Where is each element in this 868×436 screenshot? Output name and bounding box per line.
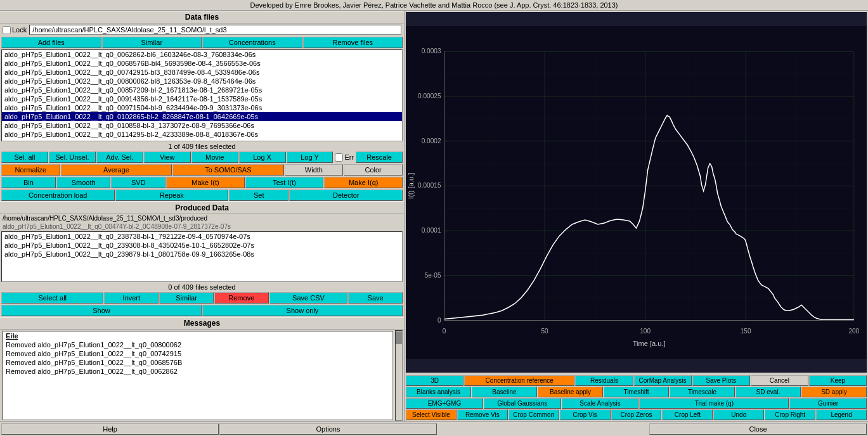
- repeak-button[interactable]: Repeak: [115, 189, 229, 201]
- lock-label: Lock: [12, 26, 27, 34]
- list-item[interactable]: aldo_pH7p5_Elution1_0022__lt_q0_239879-b…: [2, 250, 402, 259]
- width-button[interactable]: Width: [285, 164, 344, 176]
- select-all-button[interactable]: Select all: [1, 292, 103, 304]
- help-button[interactable]: Help: [1, 423, 219, 435]
- err-check-container: Err: [334, 152, 355, 163]
- remove-files-button[interactable]: Remove files: [303, 37, 403, 48]
- emg-gmg-button[interactable]: EMG+GMG: [406, 398, 483, 409]
- err-checkbox[interactable]: [335, 153, 343, 162]
- guinier-button[interactable]: Guinier: [789, 398, 867, 409]
- produced-file-list[interactable]: aldo_pH7p5_Elution1_0022__lt_q0_238738-b…: [1, 231, 403, 282]
- conc-load-button[interactable]: Concentration load: [1, 189, 115, 201]
- list-item[interactable]: aldo_pH7p5_Elution1_0022__lt_q0_0114295-…: [2, 130, 402, 139]
- show-button[interactable]: Show: [1, 305, 202, 316]
- err-label: Err: [344, 153, 354, 161]
- 3d-button[interactable]: 3D: [406, 375, 463, 386]
- save-button[interactable]: Save: [348, 292, 403, 304]
- messages-scrollbar[interactable]: [395, 330, 403, 421]
- similar-button[interactable]: Similar: [102, 37, 202, 48]
- data-file-list[interactable]: aldo_pH7p5_Elution1_0022__lt_q0_0062862-…: [1, 49, 403, 141]
- list-item-selected[interactable]: aldo_pH7p5_Elution1_0022__lt_q0_0102865-…: [2, 112, 402, 121]
- set-button[interactable]: Set: [229, 189, 288, 201]
- list-item[interactable]: aldo_pH7p5_Elution1_0022__lt_q0_00914356…: [2, 94, 402, 103]
- movie-button[interactable]: Movie: [191, 151, 238, 163]
- bin-button[interactable]: Bin: [1, 177, 56, 188]
- baseline-button[interactable]: Baseline: [472, 387, 537, 397]
- list-item[interactable]: aldo_pH7p5_Elution1_0022__lt_q0_00857209…: [2, 86, 402, 94]
- svd-button[interactable]: SVD: [111, 177, 165, 188]
- close-button[interactable]: Close: [649, 423, 867, 435]
- timescale-button[interactable]: Timescale: [670, 387, 735, 397]
- list-item[interactable]: aldo_pH7p5_Elution1_0022__lt_q0_00800062…: [2, 77, 402, 86]
- keep-button[interactable]: Keep: [809, 375, 867, 386]
- svg-text:0.0003: 0.0003: [422, 48, 441, 54]
- baseline-apply-button[interactable]: Baseline apply: [538, 387, 603, 397]
- produced-file-count: 0 of 409 files selected: [0, 283, 404, 292]
- adv-sel-button[interactable]: Adv. Sel.: [96, 151, 143, 163]
- svg-text:I(t) [a.u.]: I(t) [a.u.]: [407, 173, 415, 199]
- sd-eval-button[interactable]: SD eval.: [735, 387, 801, 397]
- list-item[interactable]: aldo_pH7p5_Elution1_0022__lt_q0_0068576B…: [2, 59, 402, 68]
- average-button[interactable]: Average: [61, 164, 172, 176]
- sel-all-button[interactable]: Sel. all: [1, 151, 48, 163]
- view-button[interactable]: View: [144, 151, 191, 163]
- smooth-button[interactable]: Smooth: [56, 177, 111, 188]
- msg-entry: Removed aldo_pH7p5_Elution1_0022__lt_q0_…: [3, 340, 392, 349]
- prod-similar-button[interactable]: Similar: [159, 292, 214, 304]
- svg-rect-0: [406, 26, 867, 359]
- scrollbar-thumb[interactable]: [396, 331, 402, 344]
- concentration-ref-button[interactable]: Concentration reference: [464, 375, 574, 386]
- concentrations-button[interactable]: Concentrations: [202, 37, 302, 48]
- make-it-button[interactable]: Make I(t): [166, 177, 245, 188]
- list-item[interactable]: aldo_pH7p5_Elution1_0022__lt_q0_238738-b…: [2, 232, 402, 241]
- crop-common-button[interactable]: Crop Common: [508, 409, 559, 420]
- invert-button[interactable]: Invert: [104, 292, 159, 304]
- show-only-button[interactable]: Show only: [202, 305, 403, 316]
- log-x-button[interactable]: Log X: [239, 151, 286, 163]
- list-item[interactable]: aldo_pH7p5_Elution1_0022__lt_q0_00742915…: [2, 68, 402, 77]
- crop-left-button[interactable]: Crop Left: [662, 409, 713, 420]
- color-button[interactable]: Color: [344, 164, 403, 176]
- list-item[interactable]: aldo_pH7p5_Elution1_0022__lt_q0_0062862-…: [2, 50, 402, 59]
- options-button[interactable]: Options: [219, 423, 437, 435]
- lock-checkbox[interactable]: Lock: [3, 26, 27, 34]
- cancel-button[interactable]: Cancel: [751, 375, 808, 386]
- sel-unsel-button[interactable]: Sel. Unsel.: [49, 151, 96, 163]
- cormap-button[interactable]: CorMap Analysis: [634, 375, 692, 386]
- remove-button[interactable]: Remove: [214, 292, 269, 304]
- select-visible-button[interactable]: Select Visible: [406, 409, 457, 420]
- lock-check[interactable]: [3, 26, 11, 34]
- make-iq-button[interactable]: Make I(q): [324, 177, 403, 188]
- crop-vis-button[interactable]: Crop Vis: [560, 409, 611, 420]
- crop-zeros-button[interactable]: Crop Zeros: [611, 409, 662, 420]
- normalize-button[interactable]: Normalize: [1, 164, 60, 176]
- residuals-button[interactable]: Residuals: [575, 375, 633, 386]
- detector-button[interactable]: Detector: [289, 189, 403, 201]
- blanks-button[interactable]: Blanks analysis: [406, 387, 471, 397]
- msg-entry: Removed aldo_pH7p5_Elution1_0022__lt_q0_…: [3, 367, 392, 376]
- rescale-button[interactable]: Rescale: [356, 151, 403, 163]
- svg-text:0: 0: [443, 328, 446, 335]
- undo-button[interactable]: Undo: [713, 409, 764, 420]
- sd-apply-button[interactable]: SD apply: [801, 387, 867, 397]
- list-item[interactable]: aldo_pH7p5_Elution1_0022__lt_q0_239308-b…: [2, 241, 402, 250]
- test-it-button[interactable]: Test I(t): [245, 177, 324, 188]
- top-bar: Developed by Emre Brookes, Javier Pérez,…: [0, 0, 868, 11]
- save-csv-button[interactable]: Save CSV: [269, 292, 348, 304]
- timeshift-button[interactable]: Timeshift: [604, 387, 669, 397]
- list-item[interactable]: aldo_pH7p5_Elution1_0022__lt_q0_010858-b…: [2, 121, 402, 130]
- data-files-header: Data files: [0, 11, 404, 23]
- list-item[interactable]: aldo_pH7p5_Elution1_0022__lt_q0_00971504…: [2, 103, 402, 112]
- remove-vis-button[interactable]: Remove Vis: [457, 409, 508, 420]
- msg-entry: Removed aldo_pH7p5_Elution1_0022__lt_q0_…: [3, 358, 392, 367]
- to-somo-button[interactable]: To SOMO/SAS: [172, 164, 283, 176]
- log-y-button[interactable]: Log Y: [287, 151, 334, 163]
- save-plots-button[interactable]: Save Plots: [692, 375, 750, 386]
- global-gaussians-button[interactable]: Global Gaussians: [484, 398, 561, 409]
- trial-make-button[interactable]: Trial make (q): [639, 398, 789, 409]
- crop-right-button[interactable]: Crop Right: [765, 409, 815, 420]
- scale-analysis-button[interactable]: Scale Analysis: [562, 398, 639, 409]
- efile-header: Eile: [3, 331, 392, 340]
- add-files-button[interactable]: Add files: [1, 37, 101, 48]
- legend-button[interactable]: Legend: [816, 409, 867, 420]
